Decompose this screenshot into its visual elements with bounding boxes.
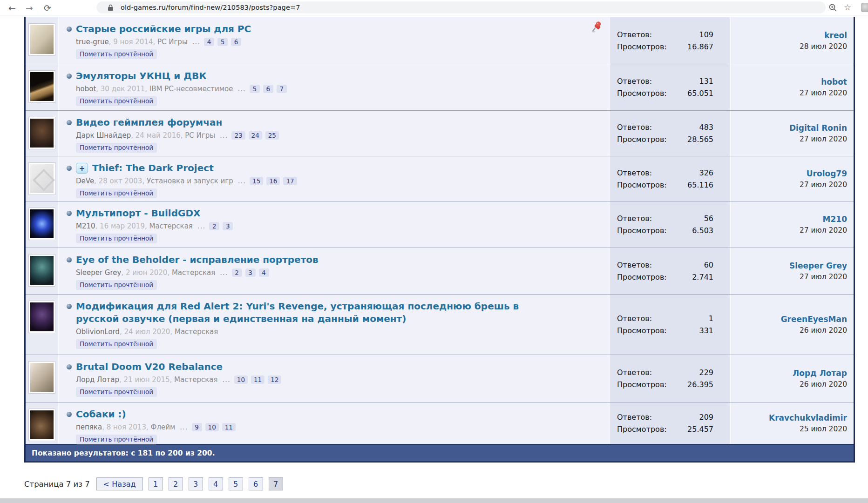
avatar-diamond[interactable] <box>28 162 55 195</box>
last-post-date[interactable]: 27 июл 2020 <box>800 226 847 235</box>
thread-page-link[interactable]: 6 <box>263 85 273 93</box>
thread-page-link[interactable]: 2 <box>209 222 219 230</box>
thread-author-link[interactable]: hobot <box>76 85 96 93</box>
avatar-keyboard[interactable] <box>28 70 55 103</box>
mark-read-button[interactable]: Пометить прочтённой <box>76 188 157 198</box>
last-post-date[interactable]: 25 июл 2020 <box>800 425 847 433</box>
forward-icon[interactable]: → <box>23 2 35 14</box>
page-button-4[interactable]: 4 <box>209 477 223 490</box>
thread-title-link[interactable]: Эмуляторы УКНЦ и ДВК <box>76 70 207 82</box>
last-poster-link[interactable]: Kravchukvladimir <box>769 413 847 423</box>
page-button-3[interactable]: 3 <box>189 477 203 490</box>
thread-author-link[interactable]: OblivionLord <box>76 328 120 336</box>
thread-page-link[interactable]: 5 <box>217 38 228 46</box>
thread-page-link[interactable]: 7 <box>277 85 287 93</box>
address-bar[interactable]: old-games.ru/forum/find-new/210583/posts… <box>96 1 826 13</box>
last-poster-link[interactable]: GreenEyesMan <box>781 315 847 324</box>
last-poster-link[interactable]: Sleeper Grey <box>789 261 847 270</box>
avatar-sepia[interactable] <box>28 23 55 56</box>
thread-page-link[interactable]: 5 <box>250 85 260 93</box>
last-post-date[interactable]: 28 июл 2020 <box>800 42 847 51</box>
last-poster-link[interactable]: M210 <box>823 215 847 224</box>
last-post-date[interactable]: 27 июл 2020 <box>800 89 847 97</box>
thread-page-link[interactable]: 3 <box>223 222 233 230</box>
thread-page-link[interactable]: 9 <box>192 423 202 431</box>
thread-author-link[interactable]: DeVe <box>76 177 94 185</box>
thread-title-link[interactable]: Eye of the Beholder - исправление портре… <box>76 254 319 266</box>
page-button-1[interactable]: 1 <box>149 477 163 490</box>
forum-section-link[interactable]: Мастерская <box>174 376 217 384</box>
thread-title-link[interactable]: Модификация для Red Alert 2: Yuri's Reve… <box>76 300 546 325</box>
last-poster-link[interactable]: Лорд Лотар <box>793 369 847 378</box>
last-poster-link[interactable]: Digital Ronin <box>789 123 847 133</box>
thread-title-link[interactable]: Видео геймплея форумчан <box>76 116 222 129</box>
mark-read-button[interactable]: Пометить прочтённой <box>76 234 157 243</box>
forum-section-link[interactable]: Мастерская <box>172 268 215 277</box>
avatar-plasma[interactable] <box>28 208 55 240</box>
thread-author-link[interactable]: пепяка <box>76 423 102 431</box>
avatar-hedgehog[interactable] <box>28 361 55 394</box>
page-button-6[interactable]: 6 <box>249 477 263 490</box>
thread-title-link[interactable]: Собаки :) <box>76 408 126 421</box>
thread-page-link[interactable]: 23 <box>231 131 245 140</box>
bookmark-star-icon[interactable]: ☆ <box>844 2 851 12</box>
forum-section-link[interactable]: PC Игры <box>157 38 188 46</box>
thread-page-link[interactable]: 17 <box>283 177 297 185</box>
mark-read-button[interactable]: Пометить прочтённой <box>76 143 157 153</box>
thread-title-link[interactable]: Thief: The Dark Project <box>92 162 214 174</box>
thread-author-link[interactable]: M210 <box>76 222 95 230</box>
last-post-date[interactable]: 27 июл 2020 <box>800 273 847 281</box>
thread-title-link[interactable]: Brutal Doom V20 Rebalance <box>76 361 223 373</box>
thread-author-link[interactable]: true-grue <box>76 38 109 46</box>
page-button-7[interactable]: 7 <box>269 477 283 490</box>
expand-plus-button[interactable]: + <box>76 163 88 174</box>
last-post-date[interactable]: 27 июл 2020 <box>800 135 847 143</box>
prev-page-button[interactable]: < Назад <box>96 477 143 490</box>
last-poster-link[interactable]: kreol <box>824 31 847 40</box>
last-poster-link[interactable]: hobot <box>821 77 847 87</box>
mark-read-button[interactable]: Пометить прочтённой <box>76 387 157 397</box>
mark-read-button[interactable]: Пометить прочтённой <box>76 339 157 349</box>
forum-section-link[interactable]: Мастерская <box>175 328 218 336</box>
thread-page-link[interactable]: 2 <box>232 268 242 277</box>
forum-section-link[interactable]: Флейм <box>150 423 175 431</box>
page-button-2[interactable]: 2 <box>169 477 183 490</box>
avatar-armor[interactable] <box>28 301 55 333</box>
thread-page-link[interactable]: 4 <box>204 38 214 46</box>
last-poster-link[interactable]: Urolog79 <box>807 169 847 178</box>
extension-avatar-icon[interactable] <box>861 3 868 12</box>
back-icon[interactable]: ← <box>6 2 18 14</box>
avatar-beard[interactable] <box>28 117 55 149</box>
thread-page-link[interactable]: 4 <box>259 268 269 277</box>
thread-page-link[interactable]: 24 <box>249 131 262 140</box>
avatar-cartoon[interactable] <box>28 409 55 441</box>
thread-page-link[interactable]: 11 <box>251 376 264 384</box>
thread-page-link[interactable]: 16 <box>266 177 280 185</box>
thread-page-link[interactable]: 12 <box>268 376 281 384</box>
forum-section-link[interactable]: IBM PC-несовместимое <box>149 85 233 93</box>
thread-author-link[interactable]: Дарк Шнайдер <box>76 131 131 140</box>
mark-read-button[interactable]: Пометить прочтённой <box>76 49 157 59</box>
mark-read-button[interactable]: Пометить прочтённой <box>76 435 157 444</box>
thread-page-link[interactable]: 10 <box>234 376 248 384</box>
thread-page-link[interactable]: 25 <box>265 131 279 140</box>
forum-section-link[interactable]: Установка и запуск игр <box>147 177 233 185</box>
last-post-date[interactable]: 27 июл 2020 <box>800 181 847 189</box>
thread-title-link[interactable]: Мультипорт - BuildGDX <box>76 207 200 220</box>
last-post-date[interactable]: 26 июл 2020 <box>800 380 847 389</box>
thread-author-link[interactable]: Лорд Лотар <box>76 376 119 384</box>
thread-page-link[interactable]: 3 <box>245 268 256 277</box>
forum-section-link[interactable]: PC Игры <box>185 131 215 140</box>
mark-read-button[interactable]: Пометить прочтённой <box>76 280 157 290</box>
forum-section-link[interactable]: Мастерская <box>149 222 192 230</box>
thread-page-link[interactable]: 10 <box>205 423 219 431</box>
avatar-hood[interactable] <box>28 254 55 287</box>
thread-title-link[interactable]: Старые российские игры для PC <box>76 23 251 35</box>
thread-page-link[interactable]: 15 <box>250 177 263 185</box>
zoom-icon[interactable] <box>828 3 837 14</box>
last-post-date[interactable]: 26 июл 2020 <box>800 326 847 335</box>
thread-page-link[interactable]: 11 <box>222 423 236 431</box>
thread-page-link[interactable]: 6 <box>231 38 241 46</box>
thread-author-link[interactable]: Sleeper Grey <box>76 268 121 277</box>
page-button-5[interactable]: 5 <box>229 477 243 490</box>
